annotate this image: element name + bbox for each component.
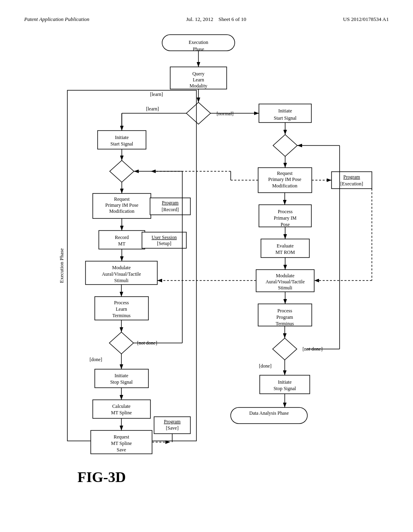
svg-text:Learn: Learn: [116, 306, 127, 312]
svg-rect-114: [93, 400, 150, 418]
publication-label: Patent Application Publication: [24, 16, 90, 23]
svg-text:Program: Program: [162, 200, 179, 206]
svg-text:[learn]: [learn]: [146, 106, 159, 112]
svg-text:Primary IM: Primary IM: [274, 215, 297, 221]
svg-text:[normal]: [normal]: [217, 111, 234, 116]
svg-text:Pose: Pose: [281, 222, 290, 227]
page: Patent Application Publication Jul. 12, …: [0, 0, 413, 532]
svg-text:MT  ROM: MT ROM: [275, 249, 295, 255]
svg-text:Process: Process: [277, 308, 292, 314]
svg-text:Primary IM  Pose: Primary IM Pose: [105, 202, 138, 208]
svg-marker-21: [273, 135, 297, 156]
svg-text:Execution: Execution: [189, 39, 209, 45]
svg-text:Stimuli: Stimuli: [278, 285, 292, 291]
svg-text:Primary IM Pose: Primary IM Pose: [268, 177, 301, 182]
svg-text:Modality: Modality: [190, 83, 207, 89]
svg-marker-103: [109, 332, 133, 354]
svg-text:MT: MT: [118, 241, 126, 247]
svg-text:Modification: Modification: [272, 183, 298, 189]
svg-rect-110: [95, 369, 148, 388]
svg-text:Execution Phase: Execution Phase: [58, 248, 65, 283]
svg-text:User  Session: User Session: [152, 235, 177, 240]
svg-text:Program: Program: [343, 174, 360, 180]
svg-text:[Execution]: [Execution]: [340, 181, 363, 187]
patent-number: US 2012/0178534 A1: [343, 16, 389, 23]
svg-marker-53: [273, 338, 297, 360]
svg-text:Data  Analysis  Phase: Data Analysis Phase: [249, 410, 289, 416]
svg-text:[done]: [done]: [90, 357, 102, 362]
svg-text:Evaluate: Evaluate: [277, 243, 294, 249]
svg-text:MT  Spline: MT Spline: [111, 410, 131, 416]
page-header: Patent Application Publication Jul. 12, …: [24, 16, 389, 23]
svg-text:Query: Query: [192, 71, 204, 77]
svg-text:Process: Process: [114, 300, 129, 305]
svg-text:FIG-3D: FIG-3D: [77, 469, 126, 485]
flowchart-diagram: Execution Phase Query Learn Modality [le…: [33, 31, 380, 494]
svg-text:[learn]: [learn]: [150, 91, 163, 97]
svg-text:Terminus: Terminus: [112, 313, 130, 318]
svg-marker-12: [186, 102, 211, 124]
svg-text:Calculate: Calculate: [112, 403, 130, 409]
date-sheet: Jul. 12, 2012 Sheet 6 of 10: [186, 16, 246, 23]
svg-text:Save: Save: [117, 447, 126, 453]
svg-text:Aural/Visual/Tactile: Aural/Visual/Tactile: [265, 279, 305, 285]
svg-text:[done]: [done]: [259, 363, 271, 369]
svg-marker-73: [110, 160, 134, 182]
svg-text:Initiate: Initiate: [278, 108, 292, 114]
svg-text:Initiate: Initiate: [278, 379, 292, 385]
svg-text:Request: Request: [114, 434, 129, 440]
svg-text:Start  Signal: Start Signal: [274, 115, 297, 121]
svg-text:Modulate: Modulate: [112, 265, 131, 270]
svg-text:Learn: Learn: [193, 77, 204, 83]
svg-text:Initiate: Initiate: [115, 135, 129, 140]
svg-text:Process: Process: [278, 209, 293, 214]
svg-text:Modulate: Modulate: [276, 273, 294, 278]
svg-text:[Setup]: [Setup]: [157, 241, 171, 246]
svg-text:[Save]: [Save]: [166, 425, 178, 431]
svg-text:Stop  Signal: Stop Signal: [273, 386, 296, 391]
svg-text:Terminus: Terminus: [275, 321, 294, 326]
svg-text:Aural/Visual/Tactile: Aural/Visual/Tactile: [102, 271, 141, 277]
svg-text:Modification: Modification: [109, 208, 135, 214]
svg-text:Request: Request: [277, 170, 293, 176]
svg-text:MT  Spline: MT Spline: [111, 441, 131, 446]
svg-text:Program: Program: [276, 314, 293, 320]
svg-text:[Record]: [Record]: [162, 207, 179, 212]
svg-text:Stop  Signal: Stop Signal: [110, 379, 133, 385]
svg-text:Start  Signal: Start Signal: [111, 141, 133, 147]
svg-text:Record: Record: [115, 235, 129, 240]
svg-text:Stimuli: Stimuli: [114, 278, 129, 283]
svg-text:Program: Program: [164, 419, 181, 424]
svg-text:Request: Request: [114, 196, 130, 202]
svg-text:Initiate: Initiate: [115, 373, 128, 378]
